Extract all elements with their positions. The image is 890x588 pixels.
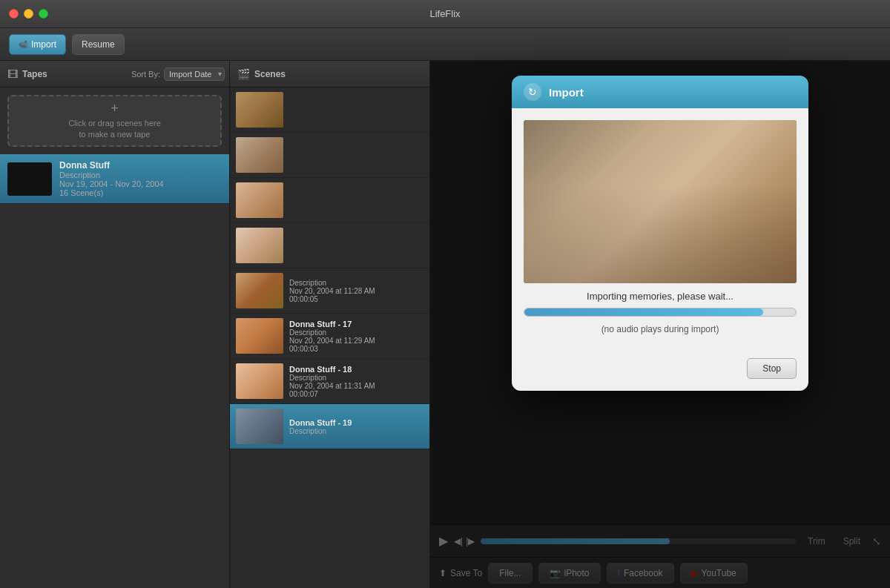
list-item[interactable] [230,87,429,133]
tape-scenes-count: 16 Scene(s) [59,188,222,197]
scene-thumbnail [236,318,283,354]
resume-button[interactable]: Resume [72,34,125,55]
scene-date: Nov 20, 2004 at 11:28 AM [289,287,423,295]
scene-desc: Description [289,328,423,337]
tape-info: Donna Stuff Description Nov 19, 2004 - N… [59,160,222,197]
modal-overlay: ↻ Import Importing memories, please wait… [430,61,890,588]
dialog-title: Import [549,86,584,99]
scenes-film-icon: 🎬 [237,68,250,80]
sort-by-label: Sort By: [131,70,160,79]
scene-info: Donna Stuff - 19 Description [289,418,423,435]
close-button[interactable] [9,9,19,19]
scene-date: Nov 20, 2004 at 11:29 AM [289,337,423,345]
audio-note: (no audio plays during import) [524,324,797,334]
scene-duration: 00:00:05 [289,295,423,303]
minimize-button[interactable] [24,9,33,19]
scene-thumbnail [236,409,283,444]
preview-area: ▶ ◀| |▶ Trim Split ⤡ ⬆ Save To File... [430,61,890,588]
video-frame [524,120,797,283]
spinner-icon: ↻ [528,86,537,98]
scene-name: Donna Stuff - 19 [289,418,423,427]
camera-icon: 📹 [19,40,27,48]
title-bar: LifeFlix [0,0,890,28]
scene-thumbnail [236,363,283,399]
sort-controls: Sort By: Import Date ▾ [131,67,222,81]
tapes-panel: 🎞 Tapes Sort By: Import Date ▾ + Click o… [0,61,230,588]
list-item[interactable]: Description Nov 20, 2004 at 11:28 AM 00:… [230,268,429,314]
scene-duration: 00:00:03 [289,345,423,353]
scene-thumbnail [236,137,283,173]
stop-button[interactable]: Stop [747,358,797,379]
import-progress-fill [524,308,763,316]
tapes-label: Tapes [22,69,47,79]
scene-desc: Description [289,427,423,435]
import-dialog-icon: ↻ [524,83,541,101]
new-tape-hint: Click or drag scenes here to make a new … [68,118,161,141]
tape-thumbnail [7,162,52,196]
import-status-text: Importing memories, please wait... [524,291,797,302]
scenes-header: 🎬 Scenes [230,61,429,87]
maximize-button[interactable] [39,9,48,19]
list-item[interactable]: Donna Stuff - 17 Description Nov 20, 200… [230,314,429,359]
scenes-list: Description Nov 20, 2004 at 11:28 AM 00:… [230,87,429,588]
scene-duration: 00:00:07 [289,390,423,398]
import-dialog: ↻ Import Importing memories, please wait… [512,76,808,391]
main-area: 🎞 Tapes Sort By: Import Date ▾ + Click o… [0,61,890,588]
scene-desc: Description [289,374,423,382]
tape-name: Donna Stuff [59,160,222,171]
scene-thumbnail [236,182,283,218]
scene-name: Donna Stuff - 17 [289,320,423,328]
tape-dates: Nov 19, 2004 - Nov 20, 2004 [59,179,222,188]
import-progress-bar [524,308,797,317]
dialog-footer: Stop [512,358,808,391]
scene-thumbnail [236,273,283,308]
toolbar: 📹 Import Resume [0,28,890,61]
plus-icon: + [111,102,119,115]
scene-date: Nov 20, 2004 at 11:31 AM [289,382,423,390]
traffic-lights [9,9,48,19]
list-item[interactable] [230,223,429,268]
list-item[interactable]: Donna Stuff - 18 Description Nov 20, 200… [230,359,429,404]
dialog-header: ↻ Import [512,76,808,108]
film-strip-icon: 🎞 [7,68,18,80]
scene-desc: Description [289,279,423,287]
list-item[interactable] [230,133,429,178]
scenes-label: Scenes [254,69,286,79]
tape-description: Description [59,171,222,179]
scene-info: Donna Stuff - 18 Description Nov 20, 200… [289,365,423,398]
import-button[interactable]: 📹 Import [9,34,66,55]
scene-thumbnail [236,92,283,128]
new-tape-drop-zone[interactable]: + Click or drag scenes here to make a ne… [7,95,222,147]
list-item[interactable]: Donna Stuff - 19 Description [230,404,429,449]
scene-info: Donna Stuff - 17 Description Nov 20, 200… [289,320,423,353]
scene-info: Description Nov 20, 2004 at 11:28 AM 00:… [289,279,423,303]
dialog-body: Importing memories, please wait... (no a… [512,108,808,358]
tapes-header: 🎞 Tapes Sort By: Import Date ▾ [0,61,229,87]
sort-select[interactable]: Import Date [164,67,225,81]
app-title: LifeFlix [429,8,460,19]
list-item[interactable] [230,178,429,223]
scene-thumbnail [236,228,283,263]
tape-item[interactable]: Donna Stuff Description Nov 19, 2004 - N… [0,154,229,204]
video-preview [524,120,797,283]
scene-name: Donna Stuff - 18 [289,365,423,374]
scenes-panel: 🎬 Scenes [230,61,430,588]
